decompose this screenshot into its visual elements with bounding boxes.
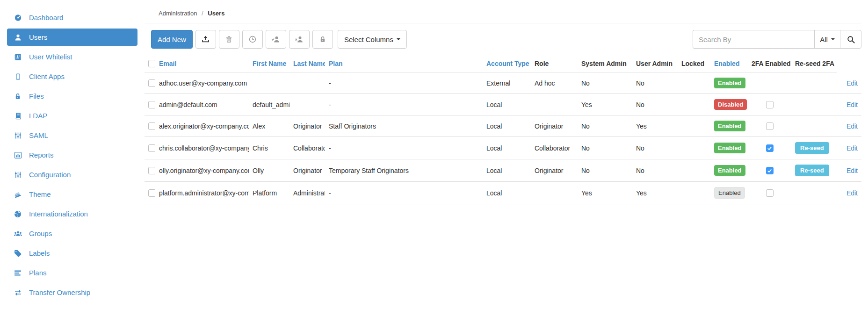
tfa-checkbox[interactable] bbox=[766, 122, 774, 130]
sidebar-item-files[interactable]: Files bbox=[7, 87, 137, 105]
main-content: Administration / Users Add New Select Co… bbox=[145, 0, 861, 204]
last_name-cell: Administrator bbox=[289, 182, 325, 204]
clock-button[interactable] bbox=[242, 30, 263, 49]
sidebar-item-labels[interactable]: Labels bbox=[7, 244, 137, 262]
system_admin-cell: No bbox=[578, 159, 632, 182]
tfa-checkbox[interactable] bbox=[766, 189, 774, 197]
lock-icon bbox=[319, 36, 326, 43]
tfa-enabled-cell bbox=[748, 115, 791, 137]
locked-cell bbox=[678, 115, 710, 137]
user-check-icon bbox=[271, 36, 280, 43]
sidebar-item-transfer-ownership[interactable]: Transfer Ownership bbox=[7, 284, 137, 301]
email-cell: chris.collaborator@xy-company.com bbox=[155, 137, 249, 159]
add-new-button[interactable]: Add New bbox=[151, 30, 193, 49]
last_name-cell bbox=[289, 94, 325, 115]
email-cell: adhoc.user@xy-company.com bbox=[155, 72, 249, 94]
sidebar-item-saml[interactable]: SAML bbox=[7, 127, 137, 144]
edit-link[interactable]: Edit bbox=[846, 122, 858, 130]
sidebar-item-label: Transfer Ownership bbox=[29, 288, 90, 296]
select-all-checkbox[interactable] bbox=[148, 60, 155, 67]
user-x-button[interactable] bbox=[289, 30, 310, 49]
column-header-reseed: Re-seed 2FA bbox=[791, 55, 837, 72]
user-icon bbox=[13, 34, 23, 41]
user_admin-cell: No bbox=[632, 137, 678, 159]
lock-button[interactable] bbox=[312, 30, 333, 49]
edit-cell: Edit bbox=[837, 159, 861, 182]
sidebar-item-label: Labels bbox=[29, 249, 50, 257]
user_admin-cell: Yes bbox=[632, 115, 678, 137]
table-row: olly.originator@xy-company.comOllyOrigin… bbox=[145, 159, 861, 182]
last_name-cell bbox=[289, 72, 325, 94]
sidebar: DashboardUsersUser WhitelistClient AppsF… bbox=[0, 0, 145, 303]
edit-link[interactable]: Edit bbox=[846, 167, 858, 174]
sidebar-item-reports[interactable]: Reports bbox=[7, 146, 137, 164]
theme-icon bbox=[13, 191, 23, 198]
column-header-edit bbox=[837, 55, 861, 72]
row-checkbox[interactable] bbox=[148, 122, 155, 130]
sidebar-item-dashboard[interactable]: Dashboard bbox=[7, 9, 137, 26]
column-header-last_name[interactable]: Last Name bbox=[289, 55, 325, 72]
breadcrumb-item-users: Users bbox=[208, 10, 224, 17]
column-header-enabled[interactable]: Enabled bbox=[710, 55, 748, 72]
user_admin-cell: Yes bbox=[632, 182, 678, 204]
row-checkbox[interactable] bbox=[148, 144, 155, 152]
reseed-button[interactable]: Re-seed bbox=[795, 142, 829, 154]
caret-down-icon bbox=[397, 38, 400, 40]
tag-icon bbox=[13, 250, 23, 257]
sidebar-item-user-whitelist[interactable]: User Whitelist bbox=[7, 48, 137, 65]
reseed-button[interactable]: Re-seed bbox=[795, 165, 829, 176]
sidebar-item-groups[interactable]: Groups bbox=[7, 225, 137, 242]
sidebar-item-configuration[interactable]: Configuration bbox=[7, 166, 137, 183]
status-badge: Enabled bbox=[714, 165, 745, 176]
locked-cell bbox=[678, 94, 710, 115]
select-columns-dropdown[interactable]: Select Columns bbox=[338, 30, 407, 49]
edit-link[interactable]: Edit bbox=[846, 101, 858, 108]
sidebar-item-ldap[interactable]: LDAP bbox=[7, 107, 137, 124]
table-row: chris.collaborator@xy-company.comChrisCo… bbox=[145, 137, 861, 159]
first_name-cell bbox=[249, 72, 289, 94]
search-button[interactable] bbox=[840, 30, 861, 49]
edit-link[interactable]: Edit bbox=[846, 144, 858, 152]
role-cell: Originator bbox=[531, 159, 578, 182]
book-icon bbox=[13, 112, 23, 120]
column-header-plan[interactable]: Plan bbox=[325, 55, 483, 72]
sidebar-item-label: Reports bbox=[29, 151, 54, 159]
sidebar-item-theme[interactable]: Theme bbox=[7, 186, 137, 203]
row-checkbox[interactable] bbox=[148, 79, 155, 87]
column-header-account_type[interactable]: Account Type bbox=[483, 55, 531, 72]
sidebar-item-label: LDAP bbox=[29, 112, 47, 120]
edit-link[interactable]: Edit bbox=[846, 79, 858, 87]
tfa-checkbox[interactable] bbox=[766, 167, 774, 174]
breadcrumb-item-administration[interactable]: Administration bbox=[159, 10, 197, 17]
sidebar-item-label: Theme bbox=[29, 190, 51, 198]
row-checkbox[interactable] bbox=[148, 101, 155, 108]
reseed-cell bbox=[791, 182, 837, 204]
row-select-cell bbox=[145, 159, 155, 182]
tfa-checkbox[interactable] bbox=[766, 144, 774, 152]
tfa-checkbox[interactable] bbox=[766, 101, 774, 108]
column-header-first_name[interactable]: First Name bbox=[249, 55, 289, 72]
first_name-cell: Platform bbox=[249, 182, 289, 204]
row-checkbox[interactable] bbox=[148, 189, 155, 197]
sidebar-item-plans[interactable]: Plans bbox=[7, 264, 137, 281]
column-header-email[interactable]: Email bbox=[155, 55, 249, 72]
search-input[interactable] bbox=[693, 30, 814, 49]
sidebar-item-users[interactable]: Users bbox=[7, 29, 137, 46]
search-filter-dropdown[interactable]: All bbox=[814, 30, 840, 49]
table-row: admin@default.comdefault_admin-LocalYesN… bbox=[145, 94, 861, 115]
sidebar-item-label: Configuration bbox=[29, 171, 71, 179]
sidebar-item-label: Groups bbox=[29, 230, 52, 237]
trash-button[interactable] bbox=[219, 30, 239, 49]
row-checkbox[interactable] bbox=[148, 167, 155, 174]
edit-link[interactable]: Edit bbox=[846, 189, 858, 197]
first_name-cell: Chris bbox=[249, 137, 289, 159]
edit-cell: Edit bbox=[837, 72, 861, 94]
sliders-icon bbox=[13, 132, 23, 139]
locked-cell bbox=[678, 137, 710, 159]
plan-cell: - bbox=[325, 137, 483, 159]
upload-button[interactable] bbox=[195, 30, 216, 49]
sidebar-item-internationalization[interactable]: Internationalization bbox=[7, 205, 137, 223]
sidebar-item-client-apps[interactable]: Client Apps bbox=[7, 68, 137, 85]
edit-cell: Edit bbox=[837, 182, 861, 204]
user-check-button[interactable] bbox=[266, 30, 286, 49]
